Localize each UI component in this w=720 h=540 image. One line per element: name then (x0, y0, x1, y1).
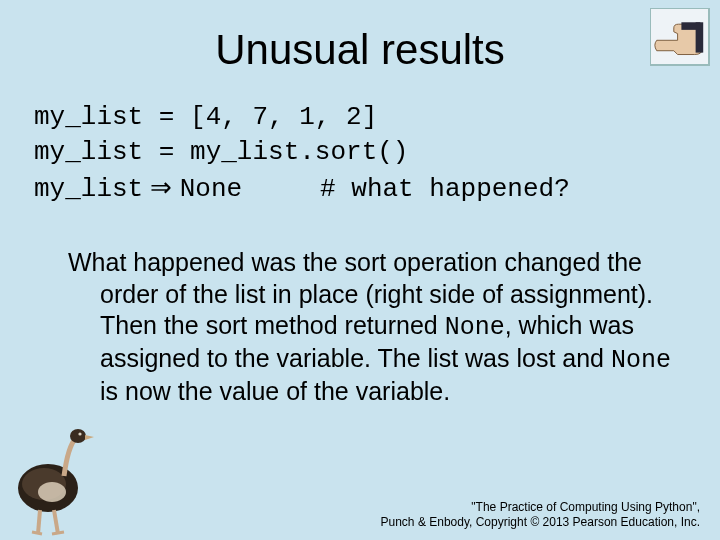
code-text: None (180, 174, 242, 204)
ostrich-icon (8, 426, 98, 536)
code-block: my_list = [4, 7, 1, 2] my_list = my_list… (34, 100, 692, 207)
svg-point-7 (38, 482, 66, 502)
code-text: = my_list.sort() (143, 137, 408, 167)
code-text: my_list (34, 102, 143, 132)
svg-point-5 (70, 429, 86, 443)
svg-point-6 (78, 432, 81, 435)
copyright-footer: "The Practice of Computing Using Python"… (381, 500, 700, 530)
slide: Unusual results my_list = [4, 7, 1, 2] m… (0, 0, 720, 540)
code-text: = [4, 7, 1, 2] (143, 102, 377, 132)
code-inline: None (611, 346, 671, 375)
code-inline: None (445, 313, 505, 342)
footer-line: Punch & Enbody, Copyright © 2013 Pearson… (381, 515, 700, 530)
code-text: my_list (34, 137, 143, 167)
arrow-icon: ⇒ (143, 172, 179, 202)
explain-text: is now the value of the variable. (100, 377, 450, 405)
code-comment: # what happened? (242, 174, 570, 204)
explanation-paragraph: What happened was the sort operation cha… (68, 247, 682, 407)
pointing-hand-icon (650, 8, 710, 66)
svg-rect-2 (696, 22, 704, 52)
code-text: my_list (34, 174, 143, 204)
footer-line: "The Practice of Computing Using Python"… (381, 500, 700, 515)
slide-title: Unusual results (28, 26, 692, 74)
